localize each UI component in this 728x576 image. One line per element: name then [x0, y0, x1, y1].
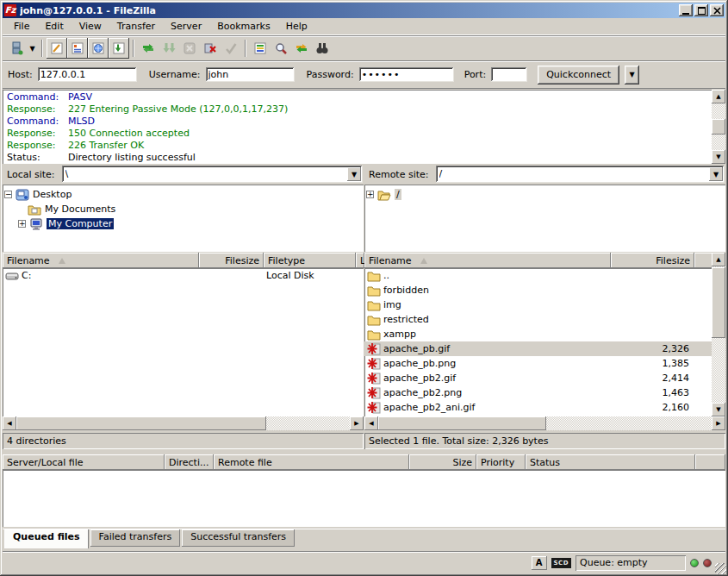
remote-site-combo[interactable]: / ▼	[436, 166, 725, 183]
remote-file-row[interactable]: forbidden	[364, 283, 712, 297]
menu-transfer[interactable]: Transfer	[109, 18, 163, 34]
local-file-row[interactable]: C: Local Disk	[3, 268, 364, 283]
synchronized-browsing-button[interactable]	[291, 38, 312, 59]
username-input[interactable]	[206, 67, 295, 82]
remote-vertical-scrollbar[interactable]: ▲ ▼	[712, 253, 725, 416]
file-search-button[interactable]	[271, 38, 291, 59]
menu-bookmarks[interactable]: Bookmarks	[209, 18, 277, 34]
queue-column-priority[interactable]: Priority	[476, 454, 526, 470]
tree-item-my-documents[interactable]: My Documents	[4, 202, 362, 216]
column-label: Size	[452, 457, 472, 468]
local-site-combo[interactable]: \ ▼	[62, 166, 363, 183]
local-horizontal-scrollbar[interactable]: ◀ ▶	[3, 416, 364, 430]
directory-comparison-button[interactable]	[312, 38, 333, 59]
transfer-type-indicator-icon[interactable]: A	[532, 556, 547, 570]
local-site-label: Local site:	[3, 169, 59, 180]
tree-item-desktop[interactable]: Desktop	[4, 187, 362, 202]
quickconnect-button[interactable]: Quickconnect	[538, 66, 619, 85]
queue-column-status[interactable]: Status	[526, 454, 695, 470]
scrollbar-thumb[interactable]	[712, 119, 725, 135]
sort-ascending-icon	[59, 258, 65, 264]
tab-successful-transfers[interactable]: Successful transfers	[182, 529, 295, 547]
scroll-left-icon[interactable]: ◀	[3, 416, 16, 430]
cancel-button[interactable]	[179, 38, 200, 59]
chevron-down-icon[interactable]: ▼	[709, 167, 723, 181]
queue-column-size[interactable]: Size	[409, 454, 476, 470]
queue-column-server-local-file[interactable]: Server/Local file	[3, 454, 165, 470]
log-label: Response:	[4, 103, 68, 116]
site-manager-button[interactable]	[6, 38, 27, 59]
column-header-filesize[interactable]: Filesize	[199, 253, 264, 268]
remote-file-row[interactable]: apache_pb2_ani.gif 2,160	[364, 400, 712, 415]
host-input[interactable]	[38, 67, 137, 82]
resize-grip[interactable]	[715, 563, 726, 574]
remote-file-row[interactable]: apache_pb2.gif 2,414	[364, 371, 712, 385]
queue-column-remote-file[interactable]: Remote file	[214, 454, 409, 470]
file-type: Local Disk	[264, 270, 356, 281]
remote-file-row-selected[interactable]: apache_pb.gif 2,326	[364, 341, 712, 356]
menu-edit[interactable]: Edit	[37, 18, 71, 34]
file-name: apache_pb.png	[383, 358, 456, 369]
directory-filters-button[interactable]	[250, 38, 271, 59]
expand-icon[interactable]	[366, 191, 374, 198]
menu-server[interactable]: Server	[163, 18, 209, 34]
encryption-badge-icon[interactable]: SCD	[551, 558, 572, 568]
tree-item-my-computer[interactable]: My Computer	[4, 216, 362, 231]
queue-list[interactable]	[3, 470, 725, 527]
log-vertical-scrollbar[interactable]: ▲ ▼	[712, 90, 725, 164]
scrollbar-thumb[interactable]	[712, 267, 725, 338]
toggle-message-log-button[interactable]	[47, 38, 67, 59]
chevron-down-icon[interactable]: ▼	[347, 167, 361, 181]
remote-file-row[interactable]: ..	[364, 268, 712, 283]
minimize-button[interactable]	[679, 4, 693, 16]
scroll-right-icon[interactable]: ▶	[350, 416, 364, 430]
remote-file-row[interactable]: xampp	[364, 327, 712, 341]
tab-queued-files[interactable]: Queued files	[4, 529, 89, 548]
scroll-down-icon[interactable]: ▼	[712, 150, 725, 164]
expand-icon[interactable]	[18, 220, 26, 228]
scrollbar-thumb[interactable]	[16, 416, 266, 430]
scroll-right-icon[interactable]: ▶	[712, 416, 725, 430]
disconnect-button[interactable]	[200, 38, 221, 59]
remote-horizontal-scrollbar[interactable]: ◀ ▶	[364, 416, 725, 430]
scrollbar-thumb[interactable]	[378, 416, 546, 430]
close-button[interactable]	[710, 4, 724, 16]
toggle-transfer-queue-button[interactable]	[109, 38, 129, 59]
menu-view[interactable]: View	[72, 18, 109, 34]
collapse-icon[interactable]	[4, 191, 12, 198]
column-header-filename[interactable]: Filename	[3, 253, 199, 268]
column-header-filetype[interactable]: Filetype	[264, 253, 356, 268]
scroll-up-icon[interactable]: ▲	[712, 253, 725, 266]
directory-filters-icon	[253, 41, 267, 55]
window-title: john@127.0.0.1 - FileZilla	[20, 5, 679, 16]
remote-file-row[interactable]: apache_pb.png 1,385	[364, 356, 712, 371]
remote-file-row[interactable]: restricted	[364, 312, 712, 327]
toggle-remote-tree-button[interactable]	[88, 38, 109, 59]
column-header-filename[interactable]: Filename	[364, 253, 611, 268]
log-row: Command: PASV	[4, 91, 710, 103]
tab-failed-transfers[interactable]: Failed transfers	[90, 529, 181, 547]
refresh-button[interactable]	[138, 38, 159, 59]
maximize-button[interactable]	[694, 4, 708, 16]
port-input[interactable]	[491, 67, 527, 82]
toggle-local-tree-button[interactable]	[67, 38, 88, 59]
remote-file-row[interactable]: apache_pb2.png 1,463	[364, 385, 712, 400]
local-site-row: Local site: \ ▼	[3, 165, 364, 184]
scroll-up-icon[interactable]: ▲	[712, 90, 725, 103]
scroll-down-icon[interactable]: ▼	[712, 403, 725, 416]
tree-item-root[interactable]: /	[366, 187, 724, 202]
column-header-lastmodified[interactable]: L	[356, 253, 364, 268]
menu-file[interactable]: File	[6, 18, 37, 34]
menu-help[interactable]: Help	[278, 18, 315, 34]
remote-file-row[interactable]: img	[364, 297, 712, 312]
queue-header: Server/Local file Directi... Remote file…	[3, 454, 725, 470]
scroll-left-icon[interactable]: ◀	[364, 416, 378, 430]
quickconnect-dropdown[interactable]: ▼	[625, 66, 639, 85]
queue-column-direction[interactable]: Directi...	[165, 454, 214, 470]
reconnect-button[interactable]	[221, 38, 241, 59]
site-manager-dropdown[interactable]: ▼	[27, 39, 38, 58]
password-input[interactable]	[359, 67, 454, 82]
my-computer-icon	[29, 217, 43, 231]
process-queue-button[interactable]	[159, 38, 179, 59]
column-header-filesize[interactable]: Filesize	[611, 253, 694, 268]
